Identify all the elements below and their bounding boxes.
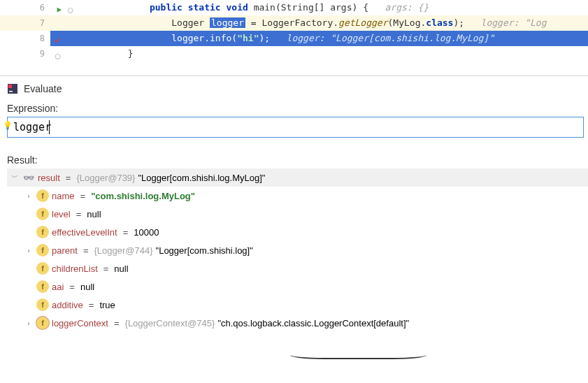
tree-node[interactable]: ›floggerContext={LoggerContext@745} "ch.…	[7, 314, 588, 332]
panel-header: Evaluate	[7, 83, 588, 94]
equals: =	[66, 282, 78, 292]
svg-rect-1	[8, 85, 12, 88]
node-name: name	[52, 191, 75, 201]
code-content[interactable]: }	[50, 46, 588, 62]
chevron-right-icon[interactable]: ›	[24, 319, 34, 327]
node-value: "ch.qos.logback.classic.LoggerContext[de…	[217, 318, 409, 328]
equals: =	[80, 245, 92, 256]
editor-line[interactable]: 8 ✔ logger.info("hi"); logger: "Logger[c…	[0, 31, 588, 46]
code-content[interactable]: public static void main(String[] args) {…	[50, 0, 588, 15]
object-ref: {LoggerContext@745}	[125, 318, 215, 328]
node-value: "Logger[com.shishi.log.MyLog]"	[138, 173, 265, 183]
tree-node[interactable]: ›faai=null	[7, 277, 588, 296]
node-name: aai	[52, 282, 64, 292]
equals: =	[120, 227, 131, 238]
node-name: loggerContext	[52, 318, 108, 328]
tree-node[interactable]: ›fadditive=true	[7, 296, 588, 314]
line-number: 9 ◯	[0, 46, 50, 62]
object-ref: {Logger@744}	[94, 245, 152, 256]
field-icon: f	[36, 244, 49, 256]
chevron-right-icon[interactable]: ›	[24, 247, 34, 254]
equals: =	[73, 209, 85, 219]
object-ref: {Logger@739}	[76, 173, 135, 183]
method-icon: ◯	[68, 2, 73, 17]
method-icon: ◯	[55, 48, 60, 64]
equals: =	[101, 263, 112, 274]
equals: =	[63, 173, 74, 183]
node-name: result	[38, 173, 60, 183]
result-label: Result:	[7, 154, 588, 166]
editor-line[interactable]: 7 Logger logger = LoggerFactory.getLogge…	[0, 15, 588, 31]
annotation-underline	[290, 355, 426, 359]
node-name: level	[52, 209, 71, 219]
node-value: "Logger[com.shishi.log]"	[156, 245, 253, 256]
result-tree[interactable]: ﹀ 👓 result = {Logger@739} "Logger[com.sh…	[7, 168, 588, 332]
node-name: childrenList	[52, 263, 98, 274]
tree-node[interactable]: ›feffectiveLevelInt=10000	[7, 223, 588, 241]
panel-title: Evaluate	[24, 83, 62, 94]
field-icon: f	[36, 280, 49, 293]
line-number: 7	[0, 15, 50, 31]
chevron-down-icon[interactable]: ﹀	[10, 173, 20, 182]
code-editor[interactable]: 6 ▶ ◯ public static void main(String[] a…	[0, 0, 588, 62]
tree-node[interactable]: ›fparent={Logger@744} "Logger[com.shishi…	[7, 241, 588, 259]
node-value: "com.shishi.log.MyLog"	[91, 191, 195, 201]
bulb-icon[interactable]: 💡	[3, 121, 13, 130]
svg-rect-2	[9, 91, 13, 92]
field-icon: f	[36, 226, 49, 238]
field-icon: f	[36, 262, 49, 275]
execution-line[interactable]: logger.info("hi"); logger: "Logger[com.s…	[50, 31, 588, 46]
watch-icon: 👓	[22, 171, 35, 184]
expression-input[interactable]	[7, 117, 584, 138]
node-value: 10000	[134, 227, 159, 238]
tree-root[interactable]: ﹀ 👓 result = {Logger@739} "Logger[com.sh…	[7, 168, 588, 187]
chevron-right-icon[interactable]: ›	[24, 192, 34, 200]
selected-var: logger	[210, 17, 245, 28]
run-icon[interactable]: ▶	[57, 2, 62, 17]
node-value: null	[114, 263, 128, 274]
equals: =	[111, 318, 122, 328]
equals: =	[86, 300, 97, 310]
tree-node[interactable]: ›flevel=null	[7, 205, 588, 223]
equals: =	[78, 191, 89, 201]
evaluate-panel: Evaluate Expression: 💡 Result: ﹀ 👓 resul…	[0, 75, 588, 332]
editor-line[interactable]: 6 ▶ ◯ public static void main(String[] a…	[0, 0, 588, 15]
code-content[interactable]: Logger logger = LoggerFactory.getLogger(…	[50, 15, 588, 31]
text-caret	[49, 120, 50, 134]
field-icon: f	[36, 317, 49, 329]
expression-label: Expression:	[7, 103, 588, 114]
line-number: 8 ✔	[0, 31, 50, 46]
editor-line[interactable]: 9 ◯ }	[0, 46, 588, 62]
tree-node[interactable]: ›fchildrenList=null	[7, 259, 588, 277]
breakpoint-icon[interactable]: ✔	[55, 33, 60, 48]
node-name: effectiveLevelInt	[52, 227, 117, 238]
intellij-icon	[7, 83, 18, 94]
node-name: parent	[52, 245, 78, 256]
node-name: additive	[52, 300, 83, 310]
field-icon: f	[36, 189, 49, 202]
tree-node[interactable]: ›fname="com.shishi.log.MyLog"	[7, 187, 588, 205]
field-icon: f	[36, 208, 49, 220]
line-number: 6 ▶ ◯	[0, 0, 50, 15]
node-value: null	[80, 282, 94, 292]
node-value: null	[87, 209, 101, 219]
field-icon: f	[36, 298, 49, 311]
node-value: true	[99, 300, 115, 310]
